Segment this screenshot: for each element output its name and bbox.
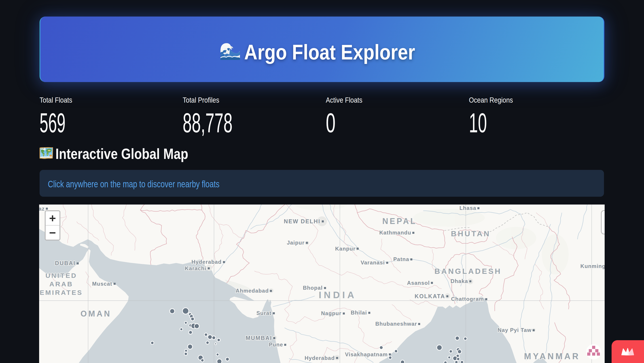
- svg-text:NEW DELHI: NEW DELHI: [284, 218, 320, 224]
- svg-text:Surat: Surat: [256, 310, 272, 316]
- svg-text:ARAB: ARAB: [50, 280, 73, 288]
- svg-text:Dhaka: Dhaka: [450, 278, 468, 284]
- svg-text:Karachi: Karachi: [185, 265, 206, 271]
- svg-text:Varanasi: Varanasi: [361, 260, 385, 266]
- svg-text:BANGLADESH: BANGLADESH: [434, 267, 502, 275]
- svg-text:UNITED: UNITED: [46, 272, 77, 279]
- svg-text:Hyderabad: Hyderabad: [304, 355, 335, 361]
- svg-text:Visakhapatnam: Visakhapatnam: [345, 351, 388, 358]
- svg-text:Hyderabad: Hyderabad: [192, 259, 222, 265]
- svg-text:Ahmedabad: Ahmedabad: [236, 288, 269, 294]
- svg-text:KOLKATA: KOLKATA: [414, 293, 445, 299]
- svg-text:Kunming: Kunming: [580, 263, 605, 269]
- svg-text:Kathmandu: Kathmandu: [379, 230, 411, 236]
- svg-text:Kanpur: Kanpur: [335, 246, 356, 252]
- svg-text:Lhasa: Lhasa: [460, 205, 476, 211]
- svg-text:Bhubaneshwar: Bhubaneshwar: [376, 321, 417, 327]
- svg-text:az: az: [39, 206, 45, 212]
- svg-text:Nay Pyi Taw: Nay Pyi Taw: [498, 327, 532, 333]
- svg-text:EMIRATES: EMIRATES: [40, 289, 83, 296]
- svg-text:INDIA: INDIA: [319, 290, 356, 300]
- svg-text:MUMBAI: MUMBAI: [246, 335, 272, 341]
- svg-text:Patna: Patna: [393, 256, 409, 262]
- svg-text:BHUTAN: BHUTAN: [451, 229, 490, 238]
- svg-text:NEPAL: NEPAL: [382, 217, 417, 226]
- svg-text:OMAN: OMAN: [80, 309, 111, 318]
- svg-text:Nagpur: Nagpur: [321, 310, 342, 316]
- svg-text:Muscat: Muscat: [92, 281, 112, 287]
- svg-text:MYANMAR: MYANMAR: [524, 352, 580, 361]
- svg-text:Jaipur: Jaipur: [287, 240, 304, 246]
- svg-text:DUBAI: DUBAI: [55, 260, 76, 266]
- svg-text:Pune: Pune: [269, 342, 283, 348]
- svg-text:Chattogram: Chattogram: [451, 296, 484, 302]
- svg-text:Asansol: Asansol: [407, 280, 430, 286]
- svg-text:Bhilai: Bhilai: [350, 310, 367, 316]
